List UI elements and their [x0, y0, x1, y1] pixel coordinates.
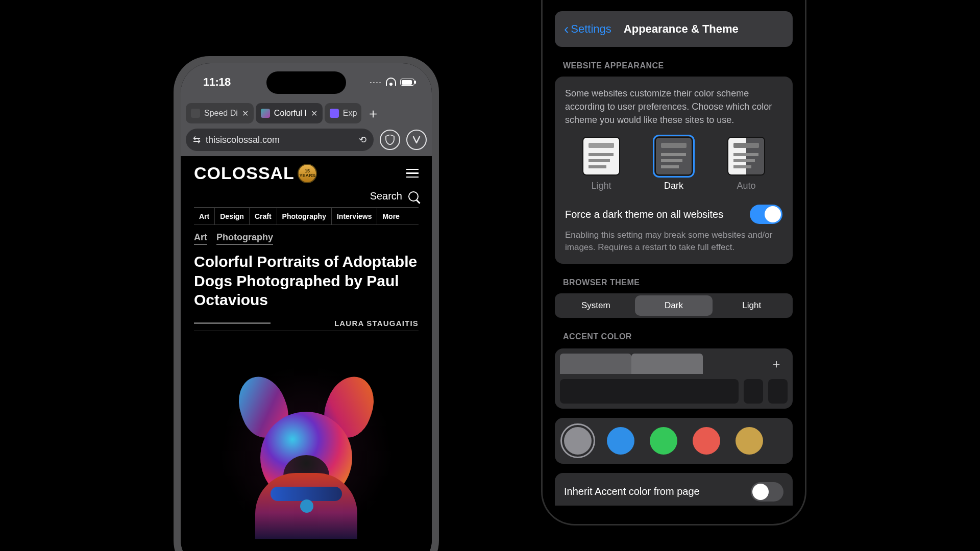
force-dark-toggle[interactable]	[750, 205, 782, 224]
settings-nav-header: ‹ Settings Appearance & Theme	[555, 11, 793, 47]
scheme-light[interactable]: Light	[583, 138, 619, 191]
preview-address-bar	[560, 379, 739, 404]
scheme-dark[interactable]: Dark	[656, 138, 692, 191]
back-button[interactable]: ‹ Settings	[564, 22, 611, 36]
accent-colors-card	[555, 418, 793, 464]
nav-photography[interactable]: Photography	[277, 208, 332, 224]
force-dark-row: Force a dark theme on all websites	[565, 205, 782, 224]
article-headline: Colorful Portraits of Adoptable Dogs Pho…	[194, 252, 419, 310]
accent-color-swatches	[564, 427, 783, 455]
crumb-photography[interactable]: Photography	[216, 232, 273, 245]
category-nav: Art Design Craft Photography Interviews …	[194, 208, 419, 225]
seg-light[interactable]: Light	[713, 295, 791, 316]
close-icon[interactable]: ✕	[311, 109, 317, 118]
breadcrumb: Art Photography	[194, 232, 419, 245]
address-bar[interactable]: ⇆ thisiscolossal.com ⟲	[186, 129, 374, 151]
accent-grey[interactable]	[564, 427, 592, 455]
reload-icon[interactable]: ⟲	[359, 134, 366, 145]
vivaldi-icon[interactable]	[406, 130, 427, 150]
accent-red[interactable]	[693, 427, 720, 455]
dog-portrait-graphic	[235, 376, 378, 539]
nav-craft[interactable]: Craft	[250, 208, 277, 224]
force-dark-label: Force a dark theme on all websites	[565, 209, 723, 220]
section-website-appearance: WEBSITE APPEARANCE	[563, 61, 785, 70]
accent-gold[interactable]	[736, 427, 763, 455]
shield-icon[interactable]	[380, 130, 400, 150]
new-tab-button[interactable]: ＋	[363, 104, 383, 123]
section-accent-color: ACCENT COLOR	[563, 332, 785, 341]
status-bar: 11:18 ····	[181, 63, 432, 101]
chevron-left-icon: ‹	[564, 22, 569, 36]
section-browser-theme: BROWSER THEME	[563, 278, 785, 287]
hamburger-menu-icon[interactable]	[406, 169, 419, 178]
tab-favicon	[191, 109, 200, 118]
crumb-art[interactable]: Art	[194, 232, 207, 245]
scheme-auto-label: Auto	[737, 181, 755, 191]
preview-tab-inactive	[631, 354, 703, 374]
wifi-icon	[386, 79, 396, 86]
site-logo[interactable]: COLOSSAL 15 YEARS	[194, 163, 317, 183]
tab-colorful[interactable]: Colorful I ✕	[256, 103, 323, 123]
phone-left-frame: 11:18 ···· Speed Di ✕ Colorful I ✕	[174, 56, 439, 551]
tab-exp[interactable]: Exp	[325, 103, 361, 123]
phone-left-screen: 11:18 ···· Speed Di ✕ Colorful I ✕	[181, 63, 432, 551]
search-label: Search	[370, 190, 402, 202]
browser-theme-segmented: System Dark Light	[555, 293, 793, 318]
tab-speed-dial[interactable]: Speed Di ✕	[186, 103, 254, 123]
browser-chrome: Speed Di ✕ Colorful I ✕ Exp ＋ ⇆ thisisco…	[181, 101, 432, 156]
back-label: Settings	[571, 22, 611, 36]
nav-interviews[interactable]: Interviews	[332, 208, 377, 224]
accent-blue[interactable]	[607, 427, 634, 455]
article-byline: LAURA STAUGAITIS	[334, 319, 419, 328]
tab-favicon	[330, 109, 339, 118]
inherit-accent-label: Inherit Accent color from page	[564, 486, 700, 497]
status-icons: ····	[370, 77, 414, 88]
preview-new-tab-icon[interactable]: ＋	[765, 354, 788, 374]
seg-dark[interactable]: Dark	[635, 295, 713, 316]
nav-design[interactable]: Design	[215, 208, 250, 224]
site-settings-icon[interactable]: ⇆	[193, 134, 201, 145]
logo-text: COLOSSAL	[194, 163, 295, 183]
phone-right-screen: ‹ Settings Appearance & Theme WEBSITE AP…	[548, 0, 800, 519]
scheme-auto[interactable]: Auto	[728, 138, 764, 191]
accent-green[interactable]	[650, 427, 677, 455]
url-text: thisiscolossal.com	[206, 135, 280, 145]
scheme-dark-label: Dark	[664, 181, 683, 191]
scheme-auto-thumb-icon	[728, 138, 764, 174]
anniversary-badge-icon: 15 YEARS	[298, 164, 317, 183]
nav-more[interactable]: More	[377, 208, 404, 224]
color-scheme-options: Light Dark Auto	[565, 138, 782, 191]
tab-label: Speed Di	[204, 109, 238, 118]
scheme-dark-thumb-icon	[656, 138, 692, 174]
search-row[interactable]: Search	[194, 190, 419, 208]
preview-tab-active	[560, 354, 631, 374]
website-appearance-card: Some websites customize their color sche…	[555, 77, 793, 264]
tab-favicon	[261, 109, 270, 118]
inherit-accent-row: Inherit Accent color from page	[555, 473, 793, 506]
preview-button-1	[744, 379, 763, 404]
tab-row: Speed Di ✕ Colorful I ✕ Exp ＋	[186, 101, 427, 126]
preview-button-2	[768, 379, 788, 404]
web-content: COLOSSAL 15 YEARS Search Art Design Craf…	[181, 156, 432, 551]
cellular-icon: ····	[370, 77, 382, 88]
tab-label: Colorful I	[274, 109, 307, 118]
page-title: Appearance & Theme	[624, 22, 739, 36]
force-dark-desc: Enabling this setting may break some web…	[565, 229, 782, 254]
article-hero-image	[194, 345, 419, 539]
tab-label: Exp	[343, 109, 357, 118]
theme-preview: ＋	[555, 348, 793, 409]
nav-art[interactable]: Art	[194, 208, 215, 224]
scheme-light-label: Light	[591, 181, 611, 191]
divider	[194, 322, 271, 324]
dynamic-island	[266, 71, 346, 94]
seg-system[interactable]: System	[557, 295, 635, 316]
scheme-light-thumb-icon	[583, 138, 619, 174]
website-appearance-desc: Some websites customize their color sche…	[565, 87, 782, 127]
search-icon[interactable]	[408, 191, 419, 202]
inherit-accent-toggle[interactable]	[751, 482, 783, 502]
close-icon[interactable]: ✕	[242, 109, 249, 118]
battery-icon	[400, 79, 414, 86]
address-row: ⇆ thisiscolossal.com ⟲	[186, 129, 427, 151]
phone-right-frame: ‹ Settings Appearance & Theme WEBSITE AP…	[541, 0, 806, 525]
status-time: 11:18	[203, 76, 231, 89]
